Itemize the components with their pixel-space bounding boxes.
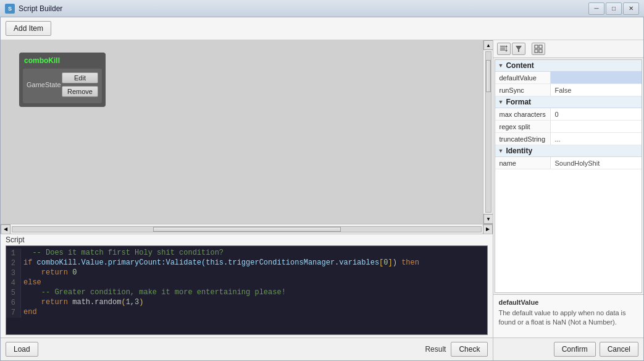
props-key-truncated: truncatedString [495,133,551,145]
line-num-6: 6 [6,298,21,308]
props-grid: ▼ Content defaultValue runSync False ▼ F… [495,59,642,293]
node-buttons: Edit Remove [62,72,98,97]
script-line-7: 7 end [6,308,487,318]
scroll-thumb-vertical[interactable] [486,60,491,92]
confirm-cancel-bar: Confirm Cancel [493,338,643,360]
scroll-down-button[interactable]: ▼ [483,214,493,224]
svg-rect-1 [500,48,505,49]
horizontal-scrollbar[interactable]: ◀ ▶ [1,224,493,234]
line-num-2: 2 [6,258,21,268]
line-num-3: 3 [6,268,21,278]
props-key-regexsplit: regex split [495,121,551,132]
props-row-maxchars[interactable]: max characters 0 [495,108,642,121]
props-icon-btn-1[interactable] [497,43,511,55]
vertical-scrollbar[interactable]: ▲ ▼ [483,40,493,224]
node-card: comboKill GameState Edit Remove [19,53,106,107]
edit-button[interactable]: Edit [62,72,98,83]
svg-rect-0 [500,46,505,47]
check-button[interactable]: Check [451,342,488,357]
props-key-maxchars: max characters [495,108,551,120]
line-content-3: return 0 [23,268,77,278]
props-val-maxchars[interactable]: 0 [551,108,642,120]
result-label: Result [425,345,446,354]
confirm-button[interactable]: Confirm [554,342,596,357]
svg-rect-9 [535,49,538,53]
title-bar: S Script Builder ─ □ ✕ [0,0,644,17]
props-row-regexsplit[interactable]: regex split [495,121,642,133]
props-key-defaultvalue: defaultValue [495,72,551,83]
script-label: Script [1,234,493,245]
props-row-runsync[interactable]: runSync False [495,84,642,96]
props-section-content[interactable]: ▼ Content [495,60,642,72]
props-val-truncated[interactable]: ... [551,133,642,145]
minimize-button[interactable]: ─ [588,2,604,15]
script-line-6: 6 return math.random(1,3) [6,298,487,308]
line-content-7: end [23,308,37,318]
props-row-name[interactable]: name SoundHolyShit [495,157,642,169]
bottom-bar: Load Result Check [1,338,493,360]
scroll-track-vertical[interactable] [485,51,491,213]
props-row-defaultvalue[interactable]: defaultValue [495,72,642,84]
node-body: GameState Edit Remove [23,69,102,103]
props-icon-btn-3[interactable] [532,43,545,55]
scroll-up-button[interactable]: ▲ [483,40,493,50]
toolbar: Add Item [1,17,643,40]
line-content-4: else [23,278,41,288]
window-controls: ─ □ ✕ [588,2,639,15]
canvas-inner: comboKill GameState Edit Remove [1,40,483,224]
scroll-right-button[interactable]: ▶ [483,224,493,234]
identity-section-label: Identity [506,147,532,155]
svg-marker-3 [505,45,508,47]
line-num-5: 5 [6,288,21,298]
line-num-7: 7 [6,308,21,318]
line-content-6: return math.random(1,3) [23,298,143,308]
script-line-2: 2 if comboKill.Value.primaryCount:Valida… [6,258,487,268]
identity-arrow: ▼ [498,148,503,154]
node-title: comboKill [23,56,102,65]
node-label: GameState [27,81,61,88]
filter-icon [514,45,523,53]
add-item-button[interactable]: Add Item [6,21,51,36]
cancel-button[interactable]: Cancel [600,342,638,357]
hint-text: The default value to apply when no data … [498,308,638,328]
script-line-4: 4 else [6,278,487,288]
scroll-track-horizontal[interactable] [12,226,482,232]
window-title: Script Builder [19,4,588,13]
format-section-label: Format [506,98,531,106]
scroll-thumb-horizontal[interactable] [153,227,341,232]
close-button[interactable]: ✕ [623,2,639,15]
props-val-defaultvalue[interactable] [551,72,642,83]
script-line-1: 1 -- Does it match first Holy shit condi… [6,248,487,258]
svg-marker-6 [516,46,522,52]
script-line-5: 5 -- Greater condition, make it more ent… [6,288,487,298]
line-content-2: if comboKill.Value.primaryCount:Validate… [23,258,419,268]
props-toolbar [493,40,643,58]
app-icon: S [5,4,15,14]
load-button[interactable]: Load [6,342,38,357]
svg-marker-4 [505,50,508,52]
script-section: Script 1 -- Does it match first Holy shi… [1,234,493,338]
props-val-regexsplit[interactable] [551,121,642,132]
line-num-4: 4 [6,278,21,288]
svg-rect-7 [535,45,538,48]
maximize-button[interactable]: □ [606,2,622,15]
props-section-format[interactable]: ▼ Format [495,96,642,108]
props-key-runsync: runSync [495,84,551,96]
props-val-runsync[interactable]: False [551,84,642,96]
grid-icon [534,45,543,53]
line-content-1: -- Does it match first Holy shit conditi… [23,248,224,258]
scroll-left-button[interactable]: ◀ [1,224,10,234]
svg-rect-10 [539,49,542,53]
props-icon-btn-2[interactable] [512,43,525,55]
line-content-5: -- Greater condition, make it more enter… [23,288,286,298]
remove-button[interactable]: Remove [62,86,98,97]
hint-title: defaultValue [498,299,638,306]
main-window: Add Item comboKill GameState Edit [0,17,644,361]
svg-rect-5 [506,47,507,50]
props-section-identity[interactable]: ▼ Identity [495,145,642,157]
props-val-name[interactable]: SoundHolyShit [551,157,642,169]
sort-icon [500,45,508,53]
script-editor[interactable]: 1 -- Does it match first Holy shit condi… [6,245,488,335]
content-section-label: Content [506,61,533,70]
props-row-truncated[interactable]: truncatedString ... [495,133,642,145]
